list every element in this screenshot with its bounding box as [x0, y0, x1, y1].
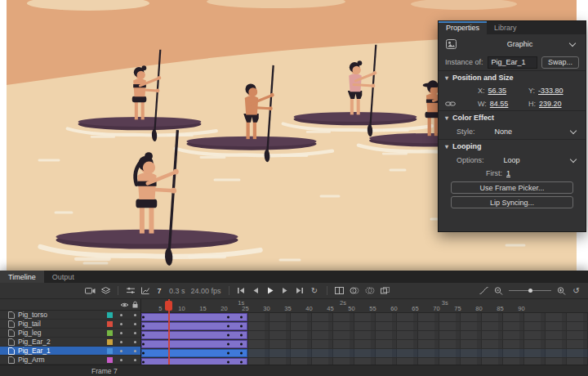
layer-lock-toggle[interactable]: [130, 341, 140, 343]
layer-row[interactable]: Pig_Arm: [0, 356, 140, 365]
frame-rate-label[interactable]: 24.00 fps: [191, 287, 221, 295]
layer-lock-toggle[interactable]: [130, 323, 140, 325]
layer-lock-toggle[interactable]: [130, 359, 140, 361]
first-frame-value[interactable]: 1: [506, 169, 510, 177]
layer-row[interactable]: Pig_torso: [0, 311, 140, 320]
use-frame-picker-button[interactable]: Use Frame Picker...: [451, 181, 573, 194]
layer-row[interactable]: Pig_Ear_1: [0, 347, 140, 356]
show-hide-all-layers-icon[interactable]: [119, 302, 130, 308]
ruler-frame-number: 85: [497, 305, 503, 312]
adjust-layers-button[interactable]: [126, 286, 135, 296]
zoom-out-button[interactable]: [494, 286, 503, 296]
layer-outline-color[interactable]: [107, 321, 113, 327]
layer-lock-toggle[interactable]: [130, 332, 140, 334]
instance-name-field[interactable]: Pig_Ear_1: [488, 56, 537, 69]
instance-of-label: Instance of:: [445, 58, 483, 66]
layer-visibility-toggle[interactable]: [116, 314, 127, 316]
frame-span[interactable]: [141, 349, 247, 357]
onion-skin-button[interactable]: [350, 286, 359, 296]
tab-library[interactable]: Library: [487, 21, 524, 34]
ruler-second-marker: 2s: [340, 299, 346, 307]
onion-skin-outlines-button[interactable]: [365, 286, 375, 296]
frame-span[interactable]: [141, 331, 247, 339]
symbol-type-dropdown[interactable]: Graphic: [461, 38, 578, 51]
layer-visibility-toggle[interactable]: [116, 341, 127, 343]
w-value[interactable]: 84.55: [490, 100, 509, 108]
h-value[interactable]: 239.20: [539, 100, 562, 108]
tab-output[interactable]: Output: [44, 271, 82, 283]
loop-playback-button[interactable]: ↻: [310, 286, 319, 296]
collapse-triangle-icon: ▾: [445, 114, 448, 122]
timeline-panel: Timeline Output 7 0.3 s 24.00 fps: [0, 271, 588, 376]
layer-frame-track[interactable]: [141, 313, 588, 322]
visibility-dot: [120, 350, 122, 352]
y-value[interactable]: -333.80: [538, 87, 564, 95]
current-frame-indicator[interactable]: 7: [155, 287, 163, 295]
go-to-first-frame-button[interactable]: [237, 286, 246, 296]
playhead-line: [168, 299, 170, 365]
lock-all-layers-icon[interactable]: [130, 301, 140, 308]
frame-span[interactable]: [141, 322, 247, 330]
visibility-dot: [120, 323, 122, 325]
layer-visibility-toggle[interactable]: [116, 323, 127, 325]
layer-row[interactable]: Pig_leg: [0, 329, 140, 338]
swap-button[interactable]: Swap...: [541, 56, 579, 69]
step-forward-button[interactable]: [281, 286, 290, 296]
tab-properties[interactable]: Properties: [439, 21, 487, 34]
frame-span[interactable]: [141, 340, 247, 348]
constrain-link-icon[interactable]: [445, 101, 456, 107]
play-button[interactable]: [266, 286, 275, 296]
layer-row[interactable]: Pig_Ear_2: [0, 338, 140, 347]
layer-outline-color[interactable]: [107, 348, 113, 354]
x-value[interactable]: 56.35: [488, 87, 507, 95]
timeline-ruler[interactable]: 510152025303540455055606570758085901s2s3…: [141, 299, 588, 313]
layer-frame-track[interactable]: [141, 322, 588, 331]
layer-visibility-toggle[interactable]: [116, 350, 127, 352]
reset-timeline-zoom-button[interactable]: ↺: [572, 286, 581, 296]
layer-frame-track[interactable]: [141, 358, 588, 365]
frame-grid[interactable]: 510152025303540455055606570758085901s2s3…: [141, 299, 588, 365]
easing-curve-icon[interactable]: [479, 286, 488, 296]
center-frame-button[interactable]: [335, 286, 344, 296]
w-label: W:: [478, 100, 487, 108]
layer-frame-track[interactable]: [141, 331, 588, 340]
zoom-in-button[interactable]: [557, 286, 566, 296]
layer-outline-color[interactable]: [107, 312, 113, 318]
layer-parenting-button[interactable]: [101, 286, 110, 296]
loop-options-dropdown[interactable]: Loop: [492, 154, 579, 167]
layer-outline-color[interactable]: [107, 339, 113, 345]
animate-app-window: Properties Library Graphic Instance of: …: [0, 0, 588, 376]
position-size-section-header[interactable]: ▾ Position and Size: [439, 70, 586, 84]
add-camera-button[interactable]: [85, 286, 96, 296]
frame-graph-button[interactable]: [140, 286, 149, 296]
layer-frame-track[interactable]: [141, 340, 588, 349]
collapse-triangle-icon: ▾: [445, 74, 448, 82]
layer-frame-track[interactable]: [141, 349, 588, 358]
edit-multiple-frames-button[interactable]: [381, 286, 390, 296]
tab-timeline[interactable]: Timeline: [0, 271, 44, 283]
layer-outline-color[interactable]: [107, 330, 113, 336]
timeline-zoom-slider[interactable]: [509, 287, 551, 295]
y-label: Y:: [528, 87, 535, 95]
lip-syncing-button[interactable]: Lip Syncing...: [451, 196, 573, 208]
ruler-frame-number: 20: [220, 305, 227, 312]
layer-lock-toggle[interactable]: [130, 350, 140, 352]
properties-panel: Properties Library Graphic Instance of: …: [438, 20, 586, 232]
step-back-button[interactable]: [252, 286, 261, 296]
ruler-frame-number: 60: [390, 305, 397, 312]
timeline-tab-bar: Timeline Output: [0, 271, 588, 283]
frame-span[interactable]: [141, 358, 247, 365]
style-dropdown[interactable]: None: [483, 125, 579, 138]
frame-span[interactable]: [141, 313, 247, 321]
zoom-slider-thumb[interactable]: [528, 289, 532, 293]
layer-row[interactable]: Pig_tail: [0, 320, 140, 329]
looping-section-header[interactable]: ▾ Looping: [439, 139, 586, 153]
visibility-dot: [120, 359, 122, 361]
go-to-last-frame-button[interactable]: [296, 286, 305, 296]
color-effect-section-header[interactable]: ▾ Color Effect: [439, 110, 586, 124]
layer-visibility-toggle[interactable]: [116, 332, 127, 334]
h-label: H:: [528, 100, 536, 108]
layer-lock-toggle[interactable]: [130, 314, 140, 316]
layer-visibility-toggle[interactable]: [116, 359, 127, 361]
layer-outline-color[interactable]: [107, 357, 113, 363]
